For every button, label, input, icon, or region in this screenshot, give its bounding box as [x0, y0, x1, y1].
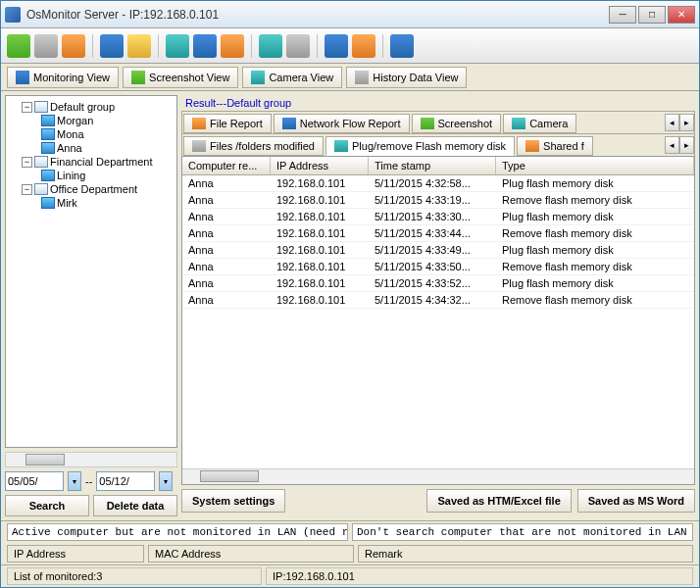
spacer [291, 489, 421, 513]
col-ip[interactable]: IP Address [271, 157, 369, 174]
toolbar-icon-9[interactable] [259, 34, 282, 58]
toolbar-icon-12[interactable] [352, 34, 375, 58]
tab-prev-button[interactable]: ◂ [665, 114, 679, 131]
save-word-button[interactable]: Saved as MS Word [577, 489, 695, 513]
table-row[interactable]: Anna192.168.0.1015/11/2015 4:32:58...Plu… [182, 175, 694, 192]
tree-member[interactable]: Mona [8, 127, 175, 141]
system-settings-button[interactable]: System settings [181, 489, 285, 513]
collapse-icon[interactable]: − [22, 184, 32, 195]
cell: 5/11/2015 4:33:52... [369, 275, 496, 291]
tree-group[interactable]: −Financial Department [8, 155, 175, 169]
cell: 192.168.0.101 [271, 242, 369, 258]
cell: 5/11/2015 4:32:58... [369, 175, 496, 191]
tab-next-button[interactable]: ▸ [679, 114, 694, 131]
monitoring-view-tab[interactable]: Monitoring View [7, 67, 119, 88]
toolbar-sep [251, 34, 252, 58]
toolbar-icon-11[interactable] [325, 34, 348, 58]
toolbar-sep [317, 34, 318, 58]
member-label: Lining [57, 170, 85, 181]
app-icon [5, 7, 21, 23]
toolbar-icon-6[interactable] [166, 34, 189, 58]
files-folders-tab[interactable]: Files /folders modified [183, 136, 324, 156]
date-from-input[interactable] [5, 471, 64, 491]
date-to-dropdown[interactable]: ▾ [159, 471, 173, 491]
camera-view-tab[interactable]: Camera View [242, 67, 342, 88]
group-label: Financial Department [50, 156, 153, 168]
camera-icon [251, 71, 265, 84]
group-tree[interactable]: −Default group Morgan Mona Anna −Financi… [5, 95, 177, 448]
screenshot-report-tab[interactable]: Screenshot [412, 114, 502, 133]
tree-scrollbar[interactable] [5, 452, 177, 467]
scroll-thumb[interactable] [25, 454, 65, 466]
date-to-input[interactable] [96, 471, 155, 491]
left-buttons: Search Delete data [5, 495, 177, 516]
tree-member[interactable]: Anna [8, 141, 175, 155]
tab-label: History Data View [373, 72, 458, 83]
cell: Plug flash memory disk [496, 175, 694, 191]
toolbar-icon-5[interactable] [127, 34, 151, 58]
table-row[interactable]: Anna192.168.0.1015/11/2015 4:33:49...Plu… [182, 242, 694, 259]
cell: Remove flash memory disk [496, 192, 694, 208]
cell: 192.168.0.101 [271, 175, 369, 191]
grid-scrollbar[interactable] [182, 468, 694, 484]
scroll-thumb[interactable] [200, 470, 259, 482]
cell: Anna [182, 275, 271, 291]
tab-next-button[interactable]: ▸ [679, 136, 694, 154]
cell: Anna [182, 225, 271, 241]
table-row[interactable]: Anna192.168.0.1015/11/2015 4:33:52...Plu… [182, 275, 694, 292]
toolbar-icon-1[interactable] [7, 34, 30, 58]
collapse-icon[interactable]: − [22, 157, 32, 168]
file-report-tab[interactable]: File Report [183, 114, 272, 133]
toolbar-icon-3[interactable] [62, 34, 85, 58]
tab-prev-button[interactable]: ◂ [665, 136, 679, 154]
tab-label: Shared f [543, 140, 584, 152]
screenshot-icon [131, 71, 145, 84]
cell: Remove flash memory disk [496, 259, 694, 274]
camera-report-tab[interactable]: Camera [503, 114, 576, 133]
table-row[interactable]: Anna192.168.0.1015/11/2015 4:34:32...Rem… [182, 292, 694, 309]
toolbar-icon-2[interactable] [34, 34, 58, 58]
history-view-tab[interactable]: History Data View [346, 67, 467, 88]
toolbar-icon-10[interactable] [286, 34, 310, 58]
data-grid: Computer re... IP Address Time stamp Typ… [181, 156, 695, 485]
grid-body[interactable]: Anna192.168.0.1015/11/2015 4:32:58...Plu… [182, 175, 694, 468]
tree-member[interactable]: Mirk [8, 196, 175, 210]
window-controls: ─ □ ✕ [609, 6, 695, 24]
tree-member[interactable]: Morgan [8, 114, 175, 127]
plug-remove-flash-tab[interactable]: Plug/remove Flash memory disk [325, 136, 515, 156]
search-button[interactable]: Search [5, 495, 89, 516]
table-row[interactable]: Anna192.168.0.1015/11/2015 4:33:44...Rem… [182, 225, 694, 242]
save-htm-excel-button[interactable]: Saved as HTM/Excel file [426, 489, 571, 513]
toolbar-help-icon[interactable] [390, 34, 414, 58]
tab-label: File Report [210, 118, 263, 129]
network-flow-report-tab[interactable]: Network Flow Report [274, 114, 410, 133]
tree-member[interactable]: Lining [8, 169, 175, 182]
col-type[interactable]: Type [496, 157, 694, 174]
screenshot-view-tab[interactable]: Screenshot View [123, 67, 238, 88]
delete-data-button[interactable]: Delete data [93, 495, 177, 516]
table-row[interactable]: Anna192.168.0.1015/11/2015 4:33:30...Plu… [182, 209, 694, 225]
tab-label: Plug/remove Flash memory disk [352, 140, 506, 152]
collapse-icon[interactable]: − [22, 102, 32, 113]
close-button[interactable]: ✕ [668, 6, 695, 24]
table-row[interactable]: Anna192.168.0.1015/11/2015 4:33:50...Rem… [182, 259, 694, 275]
group-label: Office Department [50, 183, 137, 195]
col-computer[interactable]: Computer re... [182, 157, 271, 174]
toolbar-icon-8[interactable] [221, 34, 244, 58]
toolbar-icon-4[interactable] [100, 34, 124, 58]
tab-label: Screenshot [438, 118, 493, 129]
date-sep: -- [85, 475, 92, 487]
tab-label: Camera [529, 118, 568, 129]
shared-folder-tab[interactable]: Shared f [517, 136, 593, 156]
tree-group[interactable]: −Default group [8, 100, 175, 114]
minimize-button[interactable]: ─ [609, 6, 636, 24]
tree-group[interactable]: −Office Department [8, 182, 175, 196]
col-time[interactable]: Time stamp [369, 157, 496, 174]
toolbar-icon-7[interactable] [193, 34, 217, 58]
active-computers-box: Active computer but are not monitored in… [7, 523, 348, 541]
group-label: Default group [50, 101, 115, 113]
maximize-button[interactable]: □ [638, 6, 666, 24]
date-from-dropdown[interactable]: ▾ [68, 471, 81, 491]
cell: 192.168.0.101 [271, 225, 369, 241]
table-row[interactable]: Anna192.168.0.1015/11/2015 4:33:19...Rem… [182, 192, 694, 209]
